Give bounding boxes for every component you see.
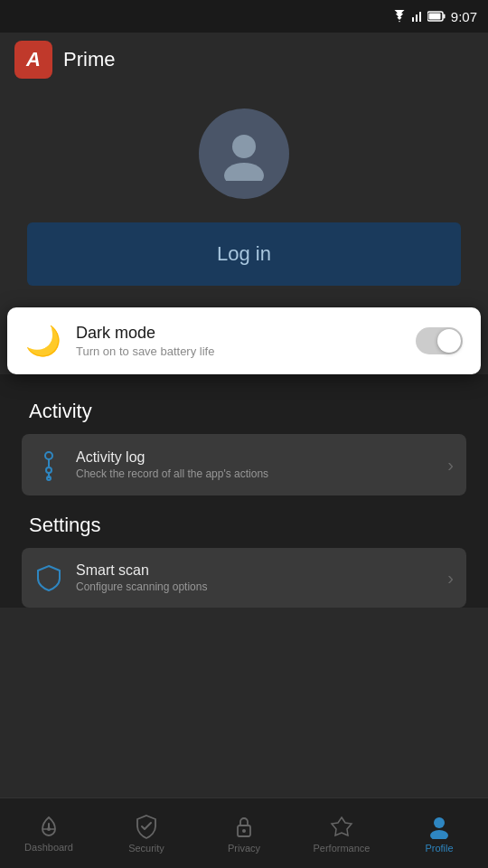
nav-item-dashboard[interactable]: Dashboard bbox=[0, 798, 98, 868]
activity-list-card: Activity log Check the record of all the… bbox=[22, 434, 466, 495]
activity-log-item[interactable]: Activity log Check the record of all the… bbox=[22, 434, 466, 495]
avatar bbox=[199, 108, 289, 199]
app-header: A Prime bbox=[0, 33, 488, 87]
svg-rect-5 bbox=[428, 14, 440, 20]
bottom-nav: Dashboard Security Privacy Performance P… bbox=[0, 797, 488, 868]
nav-item-profile[interactable]: Profile bbox=[390, 798, 488, 868]
settings-section-label: Settings bbox=[14, 506, 474, 548]
smart-scan-title: Smart scan bbox=[76, 562, 435, 579]
svg-rect-0 bbox=[412, 17, 414, 22]
activity-log-title: Activity log bbox=[76, 449, 435, 466]
svg-point-18 bbox=[434, 817, 445, 828]
logo-text: A bbox=[26, 48, 41, 71]
svg-rect-1 bbox=[416, 14, 418, 22]
security-icon bbox=[135, 814, 158, 839]
dashboard-icon bbox=[37, 815, 61, 838]
battery-icon bbox=[427, 11, 446, 22]
nav-label-dashboard: Dashboard bbox=[24, 842, 73, 853]
svg-point-10 bbox=[46, 467, 52, 473]
signal-icon bbox=[411, 10, 424, 23]
svg-rect-2 bbox=[419, 12, 421, 22]
activity-log-chevron: › bbox=[447, 455, 454, 476]
activity-icon bbox=[34, 448, 63, 481]
avast-logo: A bbox=[14, 41, 52, 79]
nav-label-performance: Performance bbox=[314, 843, 371, 854]
profile-icon bbox=[427, 814, 451, 839]
privacy-icon bbox=[232, 814, 256, 839]
smart-scan-subtitle: Configure scanning options bbox=[76, 580, 435, 593]
smart-scan-item[interactable]: Smart scan Configure scanning options › bbox=[22, 548, 466, 608]
activity-log-subtitle: Check the record of all the app's action… bbox=[76, 467, 435, 480]
smart-scan-text: Smart scan Configure scanning options bbox=[76, 562, 435, 593]
nav-item-performance[interactable]: Performance bbox=[293, 798, 390, 868]
login-button[interactable]: Log in bbox=[27, 222, 461, 286]
wifi-icon bbox=[391, 10, 408, 23]
app-title: Prime bbox=[63, 48, 115, 71]
nav-label-privacy: Privacy bbox=[228, 843, 260, 854]
dark-mode-card: 🌙 Dark mode Turn on to save battery life bbox=[7, 307, 481, 374]
dark-mode-toggle[interactable] bbox=[416, 327, 463, 354]
performance-icon bbox=[330, 814, 353, 839]
dark-mode-text: Dark mode Turn on to save battery life bbox=[76, 324, 401, 358]
status-bar: 9:07 bbox=[0, 0, 488, 33]
toggle-knob bbox=[437, 329, 461, 353]
smart-scan-chevron: › bbox=[447, 568, 454, 589]
profile-area bbox=[0, 87, 488, 213]
status-time: 9:07 bbox=[451, 9, 477, 24]
smart-scan-icon bbox=[34, 564, 63, 591]
nav-label-profile: Profile bbox=[425, 843, 453, 854]
login-button-wrap: Log in bbox=[0, 213, 488, 307]
dark-mode-title: Dark mode bbox=[76, 324, 401, 343]
activity-log-text: Activity log Check the record of all the… bbox=[76, 449, 435, 480]
svg-point-19 bbox=[430, 830, 448, 839]
moon-icon: 🌙 bbox=[25, 324, 61, 358]
svg-point-6 bbox=[232, 135, 256, 158]
nav-item-security[interactable]: Security bbox=[98, 798, 195, 868]
activity-section-label: Activity bbox=[14, 392, 474, 434]
avatar-icon bbox=[217, 127, 271, 181]
nav-item-privacy[interactable]: Privacy bbox=[195, 798, 293, 868]
svg-point-17 bbox=[242, 829, 246, 833]
settings-list-card: Smart scan Configure scanning options › bbox=[22, 548, 466, 608]
nav-label-security: Security bbox=[128, 843, 164, 854]
svg-point-8 bbox=[45, 452, 52, 459]
svg-rect-4 bbox=[443, 14, 445, 19]
status-icons bbox=[391, 10, 446, 23]
dark-mode-subtitle: Turn on to save battery life bbox=[76, 344, 401, 358]
svg-point-7 bbox=[224, 163, 264, 181]
content-below-card: Activity Activity log Check the record o… bbox=[0, 374, 488, 608]
